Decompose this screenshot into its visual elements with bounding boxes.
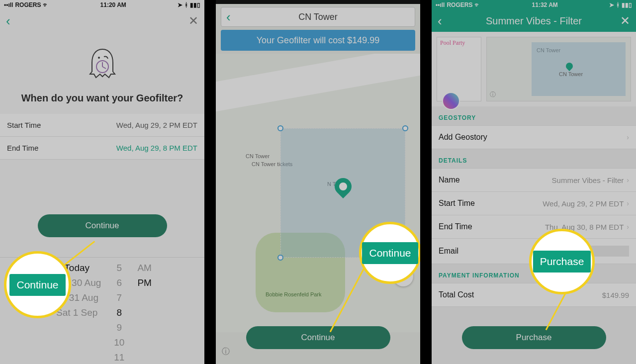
ghost-clock-icon	[85, 47, 120, 82]
battery-icon: ▮▮▯	[622, 1, 632, 8]
status-bar: ••ıll ROGERS ᯤ 11:20 AM ➤ᚼ▮▮▯	[0, 0, 204, 10]
status-bar: ••ıll ROGERS ᯤ 11:32 AM ➤ᚼ▮▮▯	[432, 0, 636, 10]
page-title: Summer Vibes - Filter	[432, 15, 636, 27]
close-icon[interactable]: ✕	[620, 14, 630, 28]
signal-icon: ••ıll	[4, 1, 13, 8]
location-icon: ➤	[609, 1, 614, 8]
name-row[interactable]: Name Summer Vibes - Filter›	[432, 168, 636, 192]
add-geostory-label: Add Geostory	[439, 133, 487, 142]
preview-row: Pool Party CN Tower CN Tower ⓘ	[432, 32, 636, 106]
callout-circle: Purchase	[529, 229, 595, 294]
screen-map: ‹ CN Tower Your Geofilter will cost $149…	[216, 0, 420, 364]
chevron-right-icon: ›	[627, 133, 629, 141]
map-selection	[532, 42, 626, 96]
map[interactable]: CN Tower CN Tower tickets N Tower Bobbie…	[216, 54, 420, 332]
end-time-row[interactable]: End Time Wed, Aug 29, 8 PM EDT	[0, 137, 204, 160]
carrier: ROGERS	[15, 1, 41, 8]
start-time-value: Wed, Aug 29, 2 PM EDT	[543, 199, 624, 208]
continue-button[interactable]: Continue	[246, 326, 390, 349]
callout-circle: Continue	[4, 251, 71, 318]
avatar-icon	[442, 92, 460, 110]
map-preview[interactable]: CN Tower CN Tower ⓘ	[486, 37, 631, 101]
start-time-row[interactable]: Start Time Wed, Aug 29, 2 PM EDT›	[432, 192, 636, 215]
map-pin-icon	[331, 175, 355, 198]
map-label-park: Bobbie Rosenfeld Park	[266, 291, 322, 297]
picker-hour-col[interactable]: 567891011	[114, 261, 124, 364]
handle-nw[interactable]	[277, 125, 283, 131]
chevron-right-icon: ›	[627, 223, 629, 231]
total-cost-row: Total Cost $149.99	[432, 283, 636, 307]
signal-icon: ••ıll	[436, 1, 445, 8]
start-time-label: Start Time	[439, 199, 475, 208]
question-heading: When do you want your Geofilter?	[10, 92, 194, 104]
add-geostory-row[interactable]: Add Geostory ›	[432, 125, 636, 149]
geostory-heading: GEOSTORY	[432, 106, 636, 125]
nav-bar: ‹ Summer Vibes - Filter ✕	[432, 10, 636, 32]
screen-purchase: ••ıll ROGERS ᯤ 11:32 AM ➤ᚼ▮▮▯ ‹ Summer V…	[432, 0, 636, 364]
chevron-right-icon: ›	[627, 176, 629, 184]
cost-banner: Your Geofilter will cost $149.99	[221, 30, 415, 51]
start-time-row[interactable]: Start Time Wed, Aug 29, 2 PM EDT	[0, 114, 204, 137]
callout-button: Continue	[362, 242, 418, 264]
total-cost-label: Total Cost	[439, 290, 474, 299]
map-label-cn: CN Tower	[246, 153, 270, 159]
carrier: ROGERS	[447, 1, 472, 8]
info-icon[interactable]: ⓘ	[222, 347, 230, 357]
nav-bar: ‹ ✕	[0, 10, 204, 32]
end-time-label: End Time	[439, 222, 472, 231]
filter-preview-label: Pool Party	[440, 39, 465, 47]
location-icon: ➤	[178, 1, 182, 8]
back-icon[interactable]: ‹	[438, 13, 442, 29]
handle-sw[interactable]	[277, 255, 283, 261]
wifi-icon: ᯤ	[43, 1, 49, 8]
location-title: CN Tower	[221, 12, 415, 22]
callout-circle: Continue	[359, 222, 420, 284]
location-bar[interactable]: ‹ CN Tower	[221, 7, 415, 27]
map-label: CN Tower	[559, 71, 583, 77]
filter-preview[interactable]: Pool Party	[437, 37, 481, 101]
hero: When do you want your Geofilter?	[0, 32, 204, 114]
callout-button: Purchase	[533, 251, 591, 273]
purchase-button[interactable]: Purchase	[462, 326, 606, 349]
end-time-row[interactable]: End Time Thu, Aug 30, 8 PM EDT›	[432, 215, 636, 239]
start-time-label: Start Time	[7, 121, 41, 129]
start-time-value: Wed, Aug 29, 2 PM EDT	[116, 121, 197, 129]
picker-ampm-col[interactable]: AMPM	[137, 261, 152, 364]
email-label: Email	[439, 247, 458, 256]
status-time: 11:20 AM	[100, 1, 126, 8]
info-icon[interactable]: ⓘ	[490, 91, 496, 99]
battery-icon: ▮▮▯	[190, 1, 200, 8]
bluetooth-icon: ᚼ	[616, 1, 620, 8]
callout-button: Continue	[9, 274, 65, 296]
name-label: Name	[439, 176, 460, 184]
name-value: Summer Vibes - Filter	[552, 176, 624, 184]
close-icon[interactable]: ✕	[188, 14, 198, 28]
screen-time: ••ıll ROGERS ᯤ 11:20 AM ➤ᚼ▮▮▯ ‹ ✕ When d…	[0, 0, 204, 364]
handle-ne[interactable]	[402, 125, 408, 131]
wifi-icon: ᯤ	[474, 1, 480, 8]
total-cost-value: $149.99	[602, 291, 629, 299]
end-time-label: End Time	[7, 144, 38, 152]
svg-point-3	[98, 57, 100, 59]
end-time-value: Wed, Aug 29, 8 PM EDT	[116, 144, 197, 152]
back-icon[interactable]: ‹	[6, 13, 10, 29]
chevron-right-icon: ›	[627, 199, 629, 207]
details-heading: DETAILS	[432, 149, 636, 168]
status-time: 11:32 AM	[532, 1, 558, 8]
continue-button[interactable]: Continue	[38, 214, 167, 237]
bluetooth-icon: ᚼ	[184, 1, 188, 8]
